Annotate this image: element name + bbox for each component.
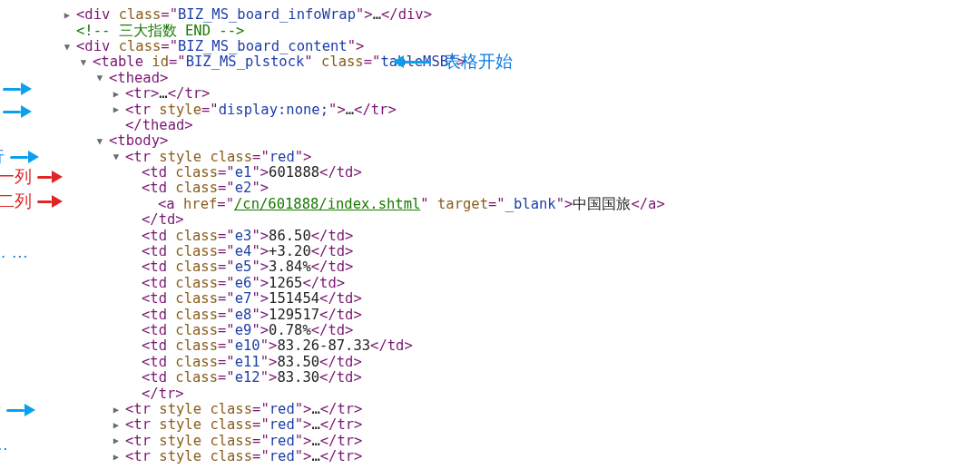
dom-node-td-e6[interactable]: ▶<td class="e6">1265</td> bbox=[62, 276, 980, 291]
annotation-row3: 第三行 bbox=[0, 148, 39, 167]
chevron-right-icon[interactable]: ▶ bbox=[111, 452, 122, 463]
dom-node-td-e10[interactable]: ▶<td class="e10">83.26-87.33</td> bbox=[62, 338, 980, 354]
dom-node-td-e1[interactable]: ▶ <td class="e1">601888</td> bbox=[62, 165, 980, 181]
dom-node-tr-5[interactable]: ▶<tr style class="red">…</tr> bbox=[62, 417, 980, 433]
dom-node-td-e2[interactable]: ▶ <td class="e2"> bbox=[62, 181, 980, 196]
dom-node-td-e7[interactable]: ▶<td class="e7">151454</td> bbox=[62, 291, 980, 307]
dom-node-tr-4[interactable]: ▶<tr style class="red">…</tr> bbox=[62, 402, 980, 417]
dom-node-tr-7[interactable]: ▶<tr style class="red">…</tr> bbox=[62, 449, 980, 464]
chevron-down-icon[interactable]: ▼ bbox=[111, 151, 122, 162]
arrow-right-icon bbox=[3, 83, 32, 95]
dom-node-td-e5[interactable]: ▶<td class="e5">3.84%</td> bbox=[62, 259, 980, 275]
dom-node-tr-2[interactable]: ▶ <tr style="display:none;">…</tr> bbox=[62, 102, 980, 117]
arrow-right-icon bbox=[37, 171, 63, 183]
dom-node-td-e9[interactable]: ▶<td class="e9">0.78%</td> bbox=[62, 323, 980, 338]
dom-node-td-e4[interactable]: ▶<td class="e4">+3.20</td> bbox=[62, 244, 980, 259]
dom-node-div-infowrap[interactable]: ▶ <div class="BIZ_MS_board_infoWrap">…</… bbox=[62, 7, 980, 23]
dom-node-tbody[interactable]: ▼ <tbody> bbox=[62, 133, 980, 149]
chevron-down-icon[interactable]: ▼ bbox=[62, 42, 73, 53]
dom-node-thead-close: ▶ </thead> bbox=[62, 118, 980, 133]
dom-node-td-e11[interactable]: ▶<td class="e11">83.50</td> bbox=[62, 355, 980, 370]
annotation-row1: 第一行 bbox=[0, 80, 32, 99]
dom-comment: ▶ <!-- 三大指数 END --> bbox=[62, 23, 980, 38]
chevron-down-icon[interactable]: ▼ bbox=[94, 73, 105, 83]
dom-node-td-e3[interactable]: ▶<td class="e3">86.50</td> bbox=[62, 228, 980, 243]
annotation-col2: 第二列 bbox=[0, 192, 63, 211]
arrow-right-icon bbox=[6, 404, 35, 416]
dom-node-tr-1[interactable]: ▶ <tr>…</tr> bbox=[62, 86, 980, 102]
chevron-down-icon[interactable]: ▼ bbox=[78, 57, 89, 68]
chevron-right-icon[interactable]: ▶ bbox=[111, 89, 122, 100]
devtools-dom-tree: ▶ <div class="BIZ_MS_board_infoWrap">…</… bbox=[0, 0, 980, 469]
dom-node-td-e2-close: ▶ </td> bbox=[62, 212, 980, 228]
chevron-right-icon[interactable]: ▶ bbox=[62, 10, 73, 21]
chevron-down-icon[interactable]: ▼ bbox=[94, 136, 105, 147]
dom-node-td-e8[interactable]: ▶<td class="e8">129517</td> bbox=[62, 307, 980, 322]
arrow-right-icon bbox=[3, 105, 32, 118]
dom-node-thead[interactable]: ▼ <thead> bbox=[62, 71, 980, 86]
annotation-row4: 第四行 bbox=[0, 401, 35, 420]
dom-node-table[interactable]: ▼ <table id="BIZ_MS_plstock" class="tabl… bbox=[62, 54, 980, 70]
annotation-dots-1: … … bbox=[0, 243, 28, 262]
dom-node-tr-3[interactable]: ▼ <tr style class="red"> bbox=[62, 150, 980, 165]
dom-node-tr-6[interactable]: ▶<tr style class="red">…</tr> bbox=[62, 434, 980, 449]
chevron-right-icon[interactable]: ▶ bbox=[111, 405, 122, 415]
dom-node-a[interactable]: ▶ <a href="/cn/601888/index.shtml" targe… bbox=[62, 197, 980, 212]
annotation-col1: 第一列 bbox=[0, 168, 63, 187]
arrow-right-icon bbox=[10, 151, 39, 163]
arrow-right-icon bbox=[37, 195, 63, 208]
dom-node-td-e12[interactable]: ▶<td class="e12">83.30</td> bbox=[62, 370, 980, 386]
chevron-right-icon[interactable]: ▶ bbox=[111, 420, 122, 431]
chevron-right-icon[interactable]: ▶ bbox=[111, 435, 122, 446]
chevron-right-icon[interactable]: ▶ bbox=[111, 104, 122, 115]
dom-node-tr-3-close: ▶ </tr> bbox=[62, 386, 980, 401]
annotation-dots-2: … … bbox=[0, 435, 8, 454]
dom-node-div-content[interactable]: ▼ <div class="BIZ_MS_board_content"> bbox=[62, 39, 980, 54]
annotation-row2: 第二行 bbox=[0, 103, 32, 122]
